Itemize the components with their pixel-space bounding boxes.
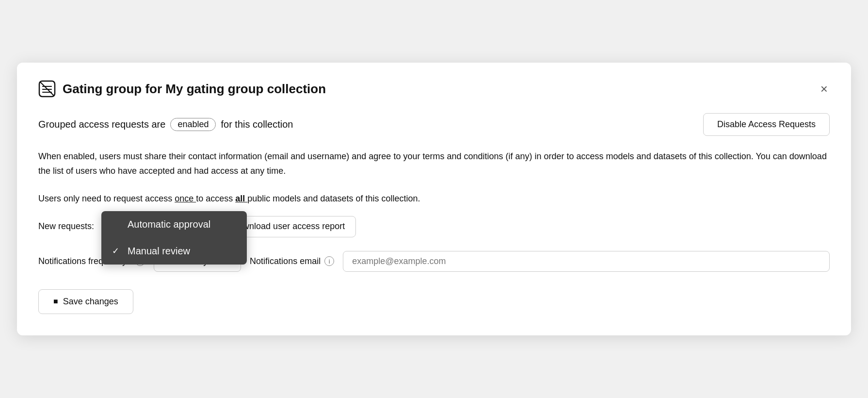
once-line: Users only need to request access once t… bbox=[38, 192, 830, 205]
close-button[interactable]: × bbox=[819, 81, 830, 97]
save-changes-label: Save changes bbox=[63, 297, 118, 307]
once-after: public models and datasets of this colle… bbox=[247, 194, 420, 203]
manual-review-checkmark: ✓ bbox=[112, 246, 123, 256]
disable-access-requests-button[interactable]: Disable Access Requests bbox=[703, 113, 830, 136]
dialog-title: Gating group for My gating group collect… bbox=[63, 82, 326, 97]
notifications-email-text: Notifications email bbox=[250, 256, 321, 266]
notifications-email-input[interactable] bbox=[343, 251, 830, 272]
manual-review-label: Manual review bbox=[128, 246, 190, 257]
dialog-header: Gating group for My gating group collect… bbox=[38, 80, 830, 98]
dialog: Gating group for My gating group collect… bbox=[17, 63, 851, 335]
all-word: all bbox=[235, 194, 247, 203]
section-top: Grouped access requests are enabled for … bbox=[38, 113, 830, 136]
description-text: When enabled, users must share their con… bbox=[38, 149, 830, 178]
notifications-email-label: Notifications email i bbox=[250, 256, 334, 266]
automatic-approval-option[interactable]: Automatic approval bbox=[101, 211, 247, 238]
status-line: Grouped access requests are enabled for … bbox=[38, 118, 293, 131]
gating-icon bbox=[38, 80, 56, 98]
manual-review-option[interactable]: ✓ Manual review bbox=[101, 238, 247, 265]
status-suffix: for this collection bbox=[221, 119, 293, 130]
automatic-approval-checkmark bbox=[112, 219, 123, 230]
save-icon: ■ bbox=[53, 297, 58, 306]
download-report-label: Download user access report bbox=[232, 221, 345, 232]
once-before: Users only need to request access bbox=[38, 194, 172, 203]
status-prefix: Grouped access requests are bbox=[38, 119, 165, 130]
once-middle: to access bbox=[196, 194, 233, 203]
dialog-title-area: Gating group for My gating group collect… bbox=[38, 80, 326, 98]
save-changes-button[interactable]: ■ Save changes bbox=[38, 289, 133, 314]
once-word: once bbox=[175, 194, 196, 203]
approval-dropdown-menu: Automatic approval ✓ Manual review bbox=[101, 211, 247, 265]
notifications-email-info-icon[interactable]: i bbox=[324, 256, 334, 266]
new-requests-row: New requests: Automatic approval ✓ Manua… bbox=[38, 216, 830, 237]
enabled-badge: enabled bbox=[170, 118, 216, 131]
automatic-approval-label: Automatic approval bbox=[128, 219, 210, 230]
new-requests-label: New requests: bbox=[38, 221, 94, 232]
